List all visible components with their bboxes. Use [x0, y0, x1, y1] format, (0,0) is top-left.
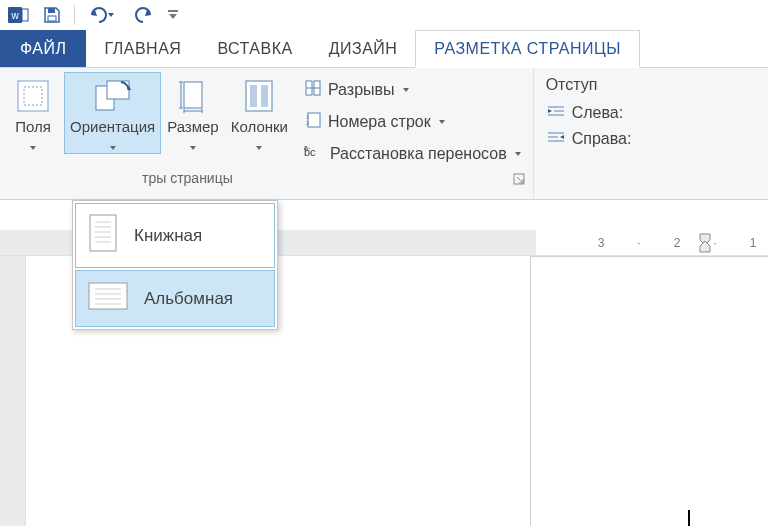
undo-icon[interactable] [83, 2, 119, 28]
svg-rect-6 [18, 81, 48, 111]
line-numbers-button[interactable]: 12 Номера строк [300, 108, 525, 136]
chevron-down-icon [439, 120, 445, 124]
landscape-icon [86, 279, 130, 318]
quick-access-toolbar: w [0, 0, 768, 30]
ribbon-page-layout: Поля Ориентация [0, 68, 768, 200]
size-button[interactable]: Размер [161, 72, 225, 153]
indent-right-row: Справа: [546, 126, 632, 152]
redo-icon[interactable] [125, 2, 159, 28]
tab-insert[interactable]: ВСТАВКА [199, 30, 310, 67]
chevron-down-icon [403, 88, 409, 92]
svg-rect-19 [261, 85, 268, 107]
svg-rect-3 [48, 8, 55, 13]
svg-rect-4 [48, 16, 56, 21]
indent-left-row: Слева: [546, 100, 632, 126]
svg-rect-10 [184, 82, 202, 108]
dialog-launcher-icon[interactable] [513, 172, 527, 186]
orientation-landscape-label: Альбомная [144, 289, 233, 309]
word-app-icon[interactable]: w [4, 2, 32, 28]
svg-rect-17 [246, 81, 272, 111]
ribbon-tabs: ФАЙЛ ГЛАВНАЯ ВСТАВКА ДИЗАЙН РАЗМЕТКА СТР… [0, 30, 768, 68]
tab-home[interactable]: ГЛАВНАЯ [86, 30, 199, 67]
orientation-portrait-item[interactable]: Книжная [75, 203, 275, 268]
margins-icon [16, 76, 50, 116]
save-icon[interactable] [38, 2, 66, 28]
svg-rect-18 [250, 85, 257, 107]
portrait-icon [86, 212, 120, 259]
svg-rect-2 [22, 9, 28, 21]
orientation-portrait-label: Книжная [134, 226, 202, 246]
indent-left-icon [546, 104, 566, 122]
hyphenation-button[interactable]: bca- Расстановка переносов [300, 140, 525, 168]
svg-rect-23 [308, 113, 320, 127]
svg-rect-5 [168, 10, 178, 12]
svg-text:a-: a- [304, 144, 311, 151]
line-numbers-icon: 12 [304, 111, 322, 133]
svg-text:w: w [10, 10, 19, 21]
orientation-button[interactable]: Ориентация [64, 72, 161, 154]
orientation-landscape-item[interactable]: Альбомная [75, 270, 275, 327]
vertical-ruler[interactable] [0, 256, 26, 526]
svg-rect-35 [90, 215, 116, 251]
size-icon [176, 76, 210, 116]
orientation-dropdown: Книжная Альбомная [72, 200, 278, 330]
page-setup-group-label: тры страницы [2, 168, 531, 190]
orientation-icon [93, 76, 133, 116]
indent-left-label: Слева: [572, 104, 623, 122]
chevron-down-icon [515, 152, 521, 156]
hyphenation-icon: bca- [304, 144, 324, 164]
indent-group-label: Отступ [546, 76, 632, 94]
indent-right-icon [546, 130, 566, 148]
indent-right-label: Справа: [572, 130, 632, 148]
tab-file[interactable]: ФАЙЛ [0, 30, 86, 67]
tab-design[interactable]: ДИЗАЙН [311, 30, 416, 67]
columns-button[interactable]: Колонки [225, 72, 294, 153]
tab-page-layout[interactable]: РАЗМЕТКА СТРАНИЦЫ [415, 30, 640, 68]
first-line-indent-marker[interactable] [698, 232, 712, 258]
text-cursor [688, 510, 690, 526]
breaks-button[interactable]: Разрывы [300, 76, 525, 104]
columns-icon [244, 76, 274, 116]
svg-rect-41 [89, 283, 127, 309]
margins-button[interactable]: Поля [2, 72, 64, 153]
document-page[interactable] [530, 256, 768, 526]
breaks-icon [304, 79, 322, 101]
qat-customize-icon[interactable] [165, 2, 181, 28]
undo-dropdown-caret[interactable] [108, 13, 114, 17]
